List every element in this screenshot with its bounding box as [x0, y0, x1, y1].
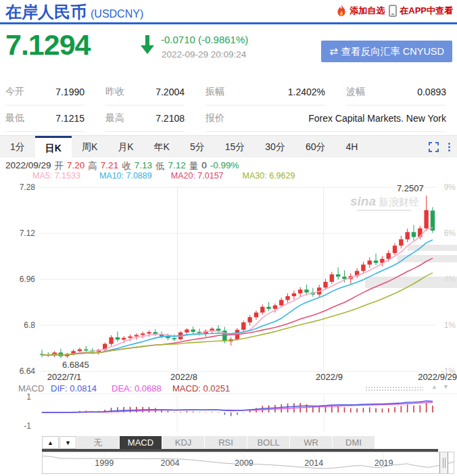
ma5-value: MA5: 7.1533 [32, 171, 80, 181]
price-tick: 7.28 [20, 183, 36, 192]
ma-legend: MA5: 7.1533 MA10: 7.0889 MA20: 7.0157 MA… [32, 171, 295, 181]
view-in-app-button[interactable]: 在APP中查看 [389, 5, 453, 17]
reverse-rate-label: 查看反向汇率 CNYUSD [341, 46, 444, 57]
quote-stats: 今开7.1990 昨收7.2004 振幅1.2402% 波幅0.0893 最低7… [5, 79, 452, 132]
ma20-value: MA20: 7.0157 [171, 171, 224, 181]
collapse-up-icon[interactable]: ▲ [431, 383, 437, 390]
add-watchlist-label: 添加自选 [350, 5, 385, 17]
price-tick: 7.12 [20, 229, 36, 238]
x-tick: 2022/9 [316, 372, 343, 382]
tab-4h[interactable]: 4H [335, 136, 368, 158]
stat-prev-close: 昨收7.2004 [105, 79, 185, 105]
svg-text:新浪财经: 新浪财经 [379, 196, 419, 208]
price-change: -0.0710 (-0.9861%) [161, 34, 248, 45]
reverse-rate-button[interactable]: ⇄查看反向汇率 CNYUSD [321, 41, 452, 62]
quote-block: 7.1294 -0.0710 (-0.9861%) 2022-09-29 20:… [0, 27, 457, 74]
stat-range: 波幅0.0893 [346, 79, 446, 105]
macd-title: MACD [18, 383, 44, 394]
stat-high: 最高7.2108 [105, 105, 185, 132]
collapse-down-icon[interactable]: ▼ [443, 383, 449, 390]
tab-wr[interactable]: WR [290, 436, 332, 449]
quote-timestamp: 2022-09-29 20:09:24 [162, 49, 246, 60]
year-label: 2004 [161, 458, 180, 468]
kline-tabbar: 1分 日K 周K 月K 年K 5分 15分 30分 60分 4H [0, 135, 457, 158]
tab-5min[interactable]: 5分 [180, 136, 215, 158]
view-in-app-label: 在APP中查看 [400, 5, 453, 17]
stat-low: 最低7.1215 [5, 105, 85, 132]
indicator-tabbar: ▲ ▼ 无 MACD KDJ RSI BOLL WR DMI [42, 436, 375, 449]
navigator-handle[interactable] [439, 452, 448, 473]
tab-macd[interactable]: MACD [120, 436, 162, 449]
ma10-value: MA10: 7.0889 [99, 171, 152, 181]
dea-value: DEA: 0.0688 [112, 383, 162, 394]
quote-page: 在岸人民币(USDCNY) 添加自选 在APP中查看 7.1294 -0.071… [0, 0, 457, 476]
flame-icon [336, 5, 347, 17]
more-menu-icon[interactable] [448, 143, 450, 151]
price-tick: 6.96 [20, 275, 36, 284]
macd-chart[interactable]: 1-1 [0, 394, 457, 433]
pct-tick: 6% [444, 229, 456, 238]
page-title: 在岸人民币(USDCNY) [5, 1, 143, 23]
phone-icon [389, 5, 397, 17]
kline-chart[interactable]: 7.289%7.126%6.964%6.81%6.64-1%sina新浪财经7.… [0, 181, 457, 384]
tab-rsi[interactable]: RSI [205, 436, 247, 449]
last-price: 7.1294 [5, 28, 91, 62]
drag-handle-dots[interactable] [365, 386, 423, 391]
price-tick: 6.8 [24, 320, 35, 330]
price-tick: 6.64 [20, 366, 36, 376]
tab-kdj[interactable]: KDJ [162, 436, 204, 449]
ma-line [42, 258, 433, 356]
history-navigator[interactable]: 19992004200920142019 [42, 452, 454, 474]
tab-60min[interactable]: 60分 [295, 136, 336, 158]
tab-daily-k[interactable]: 日K [35, 136, 72, 158]
tab-weekly-k[interactable]: 周K [72, 136, 107, 158]
dif-value: DIF: 0.0814 [51, 383, 97, 394]
pct-tick: 9% [444, 183, 456, 192]
stat-amplitude: 振幅1.2402% [206, 79, 325, 105]
tab-monthly-k[interactable]: 月K [107, 136, 143, 158]
sina-watermark: sina [350, 194, 376, 208]
year-label: 2014 [304, 458, 323, 468]
pct-tick: 1% [444, 320, 456, 330]
instrument-symbol: (USDCNY) [91, 8, 143, 20]
x-tick: 2022/8 [170, 372, 197, 382]
tab-1min[interactable]: 1分 [0, 136, 35, 158]
ma30-value: MA30: 6.9629 [243, 171, 295, 181]
tab-boll[interactable]: BOLL [247, 436, 289, 449]
header-divider [0, 22, 457, 24]
low-annotation: 6.6845 [62, 360, 89, 370]
down-arrow-icon [141, 35, 154, 54]
macd-value: MACD: 0.0251 [172, 383, 230, 394]
tab-15min[interactable]: 15分 [215, 136, 256, 158]
stat-open: 今开7.1990 [5, 79, 85, 105]
year-label: 2009 [235, 458, 254, 468]
tab-none[interactable]: 无 [77, 436, 119, 449]
instrument-name: 在岸人民币 [5, 3, 87, 21]
fullscreen-icon[interactable] [429, 142, 439, 152]
year-label: 1999 [95, 458, 114, 468]
tab-dmi[interactable]: DMI [333, 436, 375, 449]
x-tick: 2022/7/1 [47, 372, 82, 382]
macd-legend: MACD DIF: 0.0814 DEA: 0.0688 MACD: 0.025… [0, 383, 457, 394]
high-annotation: 7.2507 [397, 183, 424, 193]
swap-icon: ⇄ [329, 45, 338, 57]
scroll-up-button[interactable]: ▲ [42, 436, 59, 449]
add-watchlist-button[interactable]: 添加自选 [336, 5, 385, 17]
scroll-down-button[interactable]: ▼ [59, 436, 76, 449]
tab-yearly-k[interactable]: 年K [144, 136, 180, 158]
macd-tick: -1 [24, 421, 31, 431]
macd-tick: 1 [26, 394, 31, 402]
header: 在岸人民币(USDCNY) 添加自选 在APP中查看 [0, 0, 457, 22]
stat-quote-source: 报价Forex Capital Markets. New York [206, 105, 446, 132]
tab-30min[interactable]: 30分 [255, 136, 295, 158]
x-tick: 2022/9/29 [418, 372, 457, 382]
